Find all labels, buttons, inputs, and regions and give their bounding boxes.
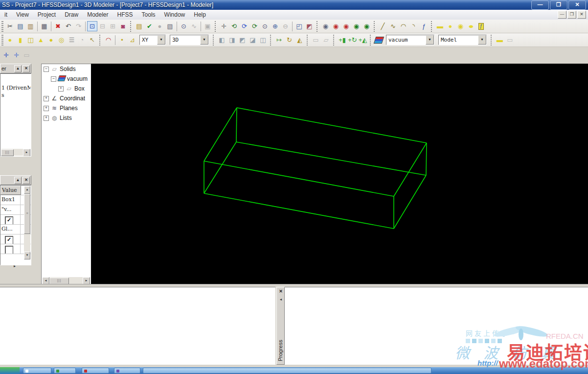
menu-draw[interactable]: Draw — [60, 10, 83, 19]
duplicate-mirror-button[interactable]: +◭ — [358, 35, 368, 45]
draw-torus-button[interactable]: ◎ — [56, 35, 67, 45]
paste-button[interactable]: ▥ — [25, 21, 36, 31]
checkbox-checked[interactable]: ✓ — [5, 217, 13, 224]
progress-titlebar[interactable]: ✕ ◂ Progress — [276, 287, 285, 365]
dynamic-zoom-button[interactable]: ⊙ — [260, 21, 270, 31]
duplicate-along-line-button[interactable]: +▮ — [337, 35, 347, 45]
tree-item-planes[interactable]: +≋Planes — [42, 103, 91, 113]
grid-plane-button[interactable]: ▬ — [495, 35, 505, 45]
progress-close-icon[interactable]: ✕ — [278, 289, 284, 295]
draw-sweep-button[interactable]: ☰ — [67, 35, 77, 45]
panel-close-icon[interactable]: ✕ — [23, 65, 30, 72]
chevron-down-icon[interactable]: ▼ — [426, 35, 434, 45]
create-coordinate-system-button[interactable]: ✛ — [1, 50, 11, 60]
menu-window[interactable]: Window — [160, 10, 190, 19]
tree-item-solids[interactable]: −▱Solids — [42, 64, 91, 74]
draw-equation-curve-button[interactable]: ƒ — [419, 21, 429, 31]
draw-circle-button[interactable]: ● — [445, 21, 455, 31]
properties-vscrollbar[interactable]: ▴ ≡ ▾ — [24, 186, 30, 259]
fit-all-view-button[interactable]: ◉ — [320, 21, 331, 31]
collapse-icon[interactable]: − — [51, 76, 56, 82]
optimetrics-button[interactable]: ⊙ — [179, 21, 189, 31]
scroll-right-icon[interactable]: ▸ — [23, 149, 30, 157]
validate-button[interactable]: ✔ — [144, 21, 155, 31]
expand-icon[interactable]: + — [44, 116, 49, 121]
draw-cone-button[interactable]: ▲ — [36, 35, 46, 45]
taskbar-button[interactable] — [23, 368, 51, 374]
checkbox-unchecked[interactable] — [5, 246, 13, 254]
message-manager-panel[interactable] — [0, 287, 275, 365]
start-button[interactable] — [0, 367, 20, 374]
scroll-up-icon[interactable]: ▴ — [24, 186, 30, 194]
draw-cylinder-button[interactable]: ▮ — [15, 35, 25, 45]
mdi-restore-button[interactable]: ❐ — [567, 11, 576, 19]
progress-panel[interactable] — [285, 287, 588, 365]
draw-ellipsoid-button[interactable]: ● — [46, 35, 56, 45]
menu-help[interactable]: Help — [189, 10, 210, 19]
draw-ellipse-button[interactable]: ● — [466, 21, 476, 31]
assign-material-button[interactable] — [374, 35, 384, 45]
chevron-down-icon[interactable]: ▼ — [157, 35, 165, 45]
rotate-screen-button[interactable]: ⟳ — [249, 21, 260, 31]
draw-point-button[interactable]: • — [117, 35, 127, 45]
draw-sphere-button[interactable]: ● — [5, 35, 15, 45]
menu-hfss[interactable]: HFSS — [113, 10, 137, 19]
copy-button[interactable]: ▤ — [15, 21, 25, 31]
draw-plane-button[interactable]: ⊿ — [127, 35, 137, 45]
property-value[interactable]: Gl... — [0, 225, 21, 234]
properties-titlebar[interactable]: ▴ ✕ — [0, 175, 31, 185]
tree-item-vacuum[interactable]: −vacuum — [42, 74, 91, 84]
print-button[interactable]: ▦ — [39, 21, 49, 31]
mirror-button[interactable]: ◭ — [294, 35, 305, 45]
toolbar-grip[interactable] — [1, 21, 3, 32]
duplicate-around-axis-button[interactable]: +↻ — [347, 35, 358, 45]
delete-button[interactable]: ✖ — [53, 21, 63, 31]
undo-button[interactable]: ↶ — [63, 21, 73, 31]
scroll-right-icon[interactable]: ▸ — [14, 264, 16, 268]
project-manager-titlebar[interactable]: er ▴ ✕ — [0, 64, 31, 73]
project-tree-item[interactable]: s — [0, 91, 31, 98]
results-button[interactable]: ▧ — [165, 21, 175, 31]
draw-line-button[interactable]: ╱ — [378, 21, 388, 31]
mdi-close-button[interactable]: ✕ — [577, 11, 586, 19]
draw-equation-surface-button[interactable]: ƒ — [476, 21, 486, 31]
toolbar-grip[interactable] — [1, 35, 3, 46]
menu-project[interactable]: Project — [33, 10, 60, 19]
menu-view[interactable]: View — [12, 10, 33, 19]
menu-it[interactable]: it — [0, 10, 12, 19]
expand-icon[interactable]: + — [44, 96, 49, 101]
zoom-in-button[interactable]: ⊕ — [270, 21, 280, 31]
zoom-selection-button[interactable]: ◩ — [304, 21, 315, 31]
close-button[interactable]: ✕ — [568, 0, 586, 10]
property-value[interactable]: Box1 — [0, 195, 21, 205]
rotate-model-button[interactable]: ⟲ — [229, 21, 239, 31]
panel-pin-icon[interactable]: ▴ — [14, 177, 22, 184]
hide-all-button[interactable]: ◉ — [341, 21, 351, 31]
movement-mode-dropdown[interactable]: 3D▼ — [170, 35, 209, 45]
sweep-along-path-button[interactable]: ↖ — [87, 35, 97, 45]
scroll-down-icon[interactable]: ▾ — [24, 252, 30, 259]
panel-pin-icon[interactable]: ▴ — [14, 65, 22, 72]
taskbar-button[interactable] — [114, 368, 140, 374]
select-object-button[interactable]: ⊡ — [87, 21, 97, 31]
tree-item-lists[interactable]: +◍Lists — [42, 113, 91, 123]
show-selection-button[interactable]: ◉ — [351, 21, 362, 31]
mdi-minimize-button[interactable]: — — [558, 11, 566, 19]
pan-button[interactable]: ✛ — [219, 21, 229, 31]
draw-bondwire-button[interactable]: ◠ — [103, 35, 113, 45]
model-mode-dropdown[interactable]: Model▼ — [438, 35, 487, 45]
history-tree-hscrollbar[interactable]: ◂ ||| ▸ — [42, 277, 90, 284]
draw-arc-3point-button[interactable]: ◝ — [408, 21, 419, 31]
menu-tools[interactable]: Tools — [137, 10, 160, 19]
move-button[interactable]: ↦ — [274, 35, 284, 45]
material-dropdown[interactable]: vacuum▼ — [386, 35, 434, 45]
cut-button[interactable]: ✂ — [5, 21, 15, 31]
tree-item-box[interactable]: +▱Box — [42, 84, 91, 94]
taskbar[interactable] — [0, 367, 588, 374]
draw-prism-button[interactable]: ◫ — [25, 35, 36, 45]
draw-spline-button[interactable]: ∿ — [388, 21, 398, 31]
show-all-button[interactable]: ◉ — [362, 21, 372, 31]
project-tree-hscrollbar[interactable]: ||| ▸ — [1, 149, 30, 156]
taskbar-button[interactable] — [143, 368, 431, 374]
progress-collapse-icon[interactable]: ◂ — [278, 297, 284, 303]
